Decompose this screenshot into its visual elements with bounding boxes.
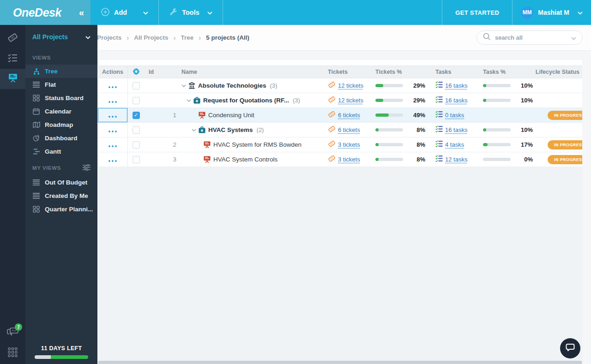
sidebar-item-dashboard[interactable]: Dashboard [25,131,97,145]
tasks-link[interactable]: 16 tasks [445,82,467,89]
row-name-cell: HVAC System for RMS Bowden [180,141,324,149]
status-badge: IN PROGRESS [548,140,582,149]
ticket-icon [328,125,336,135]
row-actions-button[interactable] [98,123,128,137]
row-checkbox[interactable] [133,112,140,119]
table-row[interactable]: Absolute Technologies (3) 12 tickets 29%… [98,78,582,93]
chevron-down-icon[interactable] [571,34,576,42]
expander-chevron-icon[interactable] [187,99,193,102]
breadcrumb-current: 5 projects (All) [206,34,249,41]
row-name-cell: Condensing Unit [180,111,324,119]
chevron-down-icon [85,33,90,41]
column-header-lifecycle-status[interactable]: Lifecycle Status [544,66,582,78]
projects-table: Actions Id Name Tickets Tickets % Tasks … [98,60,582,364]
lifecycle-status-cell: IN PROGRESS [544,137,582,152]
column-header-tickets[interactable]: Tickets [324,69,369,75]
tree-view-icon [32,68,40,75]
item-name[interactable]: Condensing Unit [208,112,254,119]
tasks-link[interactable]: 12 tasks [445,156,467,163]
item-name[interactable]: HVAC System Controls [213,156,277,163]
sidebar-item-status-board[interactable]: Status Board [25,91,97,105]
item-name[interactable]: HVAC System for RMS Bowden [213,141,302,148]
chat-launcher-button[interactable] [560,338,580,358]
rail-item-apps[interactable] [0,343,25,363]
tickets-link[interactable]: 6 tickets [338,126,360,133]
row-checkbox[interactable] [133,82,140,90]
row-checkbox[interactable] [133,126,140,134]
sidebar: 7 All Projects VIEWS [0,25,90,364]
table-row[interactable]: 2 HVAC System for RMS Bowden 3 tickets 8… [98,137,582,152]
tasks-link[interactable]: 16 tasks [445,97,467,104]
table-empty-area [98,167,582,361]
tickets-link[interactable]: 12 tickets [338,97,363,104]
get-started-button[interactable]: GET STARTED [442,0,512,25]
column-header-tasks-pct[interactable]: Tasks % [478,69,544,75]
row-actions-button[interactable] [98,137,128,152]
column-header-name[interactable]: Name [180,69,324,75]
column-settings-gear[interactable] [128,68,144,77]
expander-chevron-icon[interactable] [181,84,188,87]
trial-days-left-label: 11 DAYS LEFT [25,345,97,352]
tickets-link[interactable]: 3 tickets [338,141,360,148]
sidebar-item-tree[interactable]: Tree [25,65,97,78]
row-name-cell: HVAC Systems (2) [180,126,324,134]
ellipsis-menu-icon [109,126,117,134]
collapse-sidebar-icon[interactable]: « [79,7,84,18]
item-name[interactable]: Request for Quotations (RF... [203,97,289,104]
sidebar-item-gantt[interactable]: Gantt [25,145,97,158]
rail-item-tickets[interactable] [0,28,25,48]
rail-item-messenger[interactable]: 7 [0,322,25,343]
rail-item-tasks[interactable] [0,48,25,69]
row-actions-button[interactable] [98,152,128,167]
tickets-progress-bar [375,113,403,117]
project-scope-selector[interactable]: All Projects [25,25,97,49]
tasks-link[interactable]: 16 tasks [445,126,467,133]
sidebar-item-out-of-budget[interactable]: Out Of Budget [25,176,97,189]
column-header-tickets-pct[interactable]: Tickets % [369,69,434,75]
breadcrumb-tree[interactable]: Tree [181,34,194,41]
filter-sliders-icon[interactable] [83,164,90,172]
user-menu[interactable]: MM Mashiat M [513,0,591,25]
sidebar-item-created-by-me[interactable]: Created By Me [25,189,97,203]
search-input[interactable]: search all [476,30,583,45]
table-row[interactable]: 3 HVAC System Controls 3 tickets 8% 12 t… [98,152,582,167]
item-name[interactable]: Absolute Technologies [198,82,266,89]
sidebar-item-quarter-planning[interactable]: Quarter Planni... [25,203,97,216]
row-id: 1 [144,112,180,119]
item-name[interactable]: HVAC Systems [208,126,253,133]
ticket-icon [7,32,18,45]
row-actions-button[interactable] [98,78,128,93]
lifecycle-status-cell: IN PROGRESS [544,108,582,122]
tools-button[interactable]: Tools [159,0,223,25]
breadcrumb-projects[interactable]: Projects [97,34,121,41]
tickets-progress-bar [375,99,403,102]
add-button[interactable]: Add [90,0,158,25]
tasks-percent-label: 10% [515,82,533,89]
column-header-id[interactable]: Id [144,69,180,75]
table-row[interactable]: Request for Quotations (RF... (3) 12 tic… [98,93,582,108]
expander-chevron-icon[interactable] [192,129,198,131]
table-row[interactable]: HVAC Systems (2) 6 tickets 8% 16 tasks 1… [98,123,582,137]
row-checkbox[interactable] [133,156,140,163]
rail-item-projects[interactable] [0,69,25,89]
sidebar-item-roadmap[interactable]: Roadmap [25,118,97,131]
tasks-link[interactable]: 4 tasks [445,141,464,148]
tickets-link[interactable]: 3 tickets [338,156,360,163]
column-header-tasks[interactable]: Tasks [434,69,478,75]
tasks-link[interactable]: 0 tasks [445,112,464,119]
row-actions-button[interactable] [98,93,128,107]
row-actions-button[interactable] [98,108,128,122]
tickets-link[interactable]: 12 tickets [338,82,363,89]
horizontal-scrollbar[interactable] [98,361,582,364]
table-row[interactable]: 1 Condensing Unit 6 tickets 49% 0 tasks [98,108,582,123]
tickets-percent-cell: 8% [369,126,434,133]
tickets-link[interactable]: 6 tickets [338,112,360,119]
row-checkbox[interactable] [133,141,140,149]
row-checkbox[interactable] [133,97,140,104]
sidebar-item-flat[interactable]: Flat [25,78,97,91]
sidebar-item-calendar[interactable]: Calendar [25,105,97,118]
breadcrumb-all-projects[interactable]: All Projects [134,34,168,41]
apps-grid-icon [8,347,18,359]
row-name-cell: Request for Quotations (RF... (3) [180,97,324,104]
project-scope-label: All Projects [32,33,68,41]
